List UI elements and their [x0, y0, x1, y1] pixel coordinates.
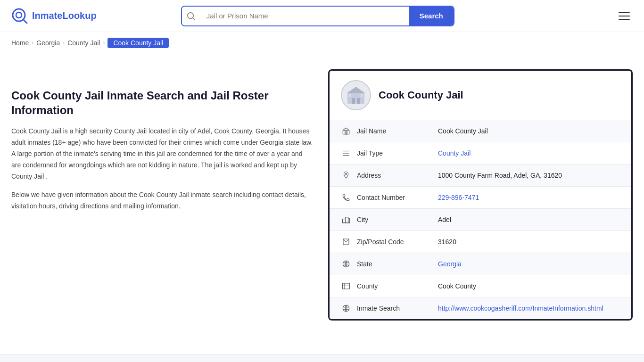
svg-rect-19	[343, 219, 346, 223]
info-label: Zip/Postal Code	[357, 238, 432, 246]
jail-card-title: Cook County Jail	[379, 89, 463, 101]
breadcrumb-sep-3: ›	[103, 40, 105, 46]
svg-rect-26	[343, 283, 350, 289]
info-link[interactable]: 229-896-7471	[438, 194, 479, 201]
info-label: County	[357, 282, 432, 290]
left-column: Cook County Jail Inmate Search and Jail …	[11, 69, 313, 321]
menu-button[interactable]	[616, 9, 633, 23]
info-value[interactable]: Georgia	[438, 260, 620, 268]
info-row: Jail TypeCounty Jail	[330, 142, 631, 165]
description-para2: Below we have given information about th…	[11, 189, 313, 212]
svg-rect-9	[349, 94, 351, 97]
right-column: Cook County Jail Jail NameCook County Ja…	[328, 69, 633, 321]
info-value[interactable]: http://www.cookcogasheriff.com/InmateInf…	[438, 304, 620, 312]
info-value[interactable]: 229-896-7471	[438, 194, 620, 201]
breadcrumb-current: Cook County Jail	[107, 38, 169, 48]
info-label: Contact Number	[357, 194, 432, 201]
info-value: 1000 County Farm Road, Adel, GA, 31620	[438, 172, 620, 179]
jail-icon	[341, 127, 351, 135]
breadcrumb-georgia[interactable]: Georgia	[36, 39, 60, 47]
jail-card: Cook County Jail Jail NameCook County Ja…	[328, 69, 633, 321]
page-title: Cook County Jail Inmate Search and Jail …	[11, 88, 313, 117]
info-label: Inmate Search	[357, 304, 432, 312]
info-link[interactable]: County Jail	[438, 149, 471, 157]
info-value: Cook County Jail	[438, 127, 620, 135]
breadcrumb: Home › Georgia › County Jail › Cook Coun…	[0, 32, 644, 54]
logo[interactable]: InmateLookup	[11, 8, 97, 25]
svg-rect-8	[357, 98, 360, 104]
svg-line-1	[23, 19, 27, 23]
svg-rect-20	[346, 217, 348, 223]
phone-icon	[341, 193, 351, 202]
svg-point-18	[346, 173, 347, 175]
info-row: StateGeorgia	[330, 253, 631, 275]
breadcrumb-county-jail[interactable]: County Jail	[67, 39, 100, 47]
info-row: Jail NameCook County Jail	[330, 120, 631, 142]
jail-avatar	[341, 80, 371, 110]
main-content: Cook County Jail Inmate Search and Jail …	[0, 54, 644, 336]
search-button[interactable]: Search	[409, 7, 454, 25]
description-para1: Cook County Jail is a high security Coun…	[11, 126, 313, 182]
info-link[interactable]: http://www.cookcogasheriff.com/InmateInf…	[438, 304, 603, 312]
info-row: Zip/Postal Code31620	[330, 231, 631, 253]
info-row: Address1000 County Farm Road, Adel, GA, …	[330, 165, 631, 187]
info-value: Adel	[438, 216, 620, 223]
svg-point-23	[343, 261, 349, 267]
info-value: 31620	[438, 238, 620, 246]
breadcrumb-sep-2: ›	[63, 40, 65, 46]
footer-bar	[0, 354, 644, 362]
svg-line-4	[192, 17, 195, 20]
info-value[interactable]: County Jail	[438, 149, 620, 157]
search-input[interactable]	[200, 7, 409, 25]
info-link[interactable]: Georgia	[438, 260, 462, 268]
info-row: Contact Number229-896-7471	[330, 187, 631, 209]
info-label: Address	[357, 172, 432, 179]
state-icon	[341, 260, 351, 268]
jail-card-header: Cook County Jail	[330, 71, 631, 120]
svg-rect-11	[354, 89, 358, 89]
svg-rect-7	[352, 98, 355, 104]
svg-rect-14	[346, 132, 347, 134]
info-row: Inmate Searchhttp://www.cookcogasheriff.…	[330, 297, 631, 319]
logo-text: InmateLookup	[32, 10, 97, 21]
info-value: Cook County	[438, 282, 620, 290]
info-table: Jail NameCook County JailJail TypeCounty…	[330, 120, 631, 319]
web-icon	[341, 304, 351, 313]
info-label: Jail Name	[357, 127, 432, 135]
county-icon	[341, 282, 351, 290]
svg-rect-10	[361, 94, 363, 97]
hamburger-line2	[619, 16, 630, 16]
svg-rect-21	[348, 218, 350, 223]
svg-point-2	[16, 12, 22, 18]
search-bar: Search	[181, 6, 454, 26]
header: InmateLookup Search	[0, 0, 644, 32]
city-icon	[341, 215, 351, 224]
search-icon	[182, 7, 200, 25]
breadcrumb-home[interactable]: Home	[11, 39, 29, 47]
info-label: City	[357, 216, 432, 223]
breadcrumb-sep-1: ›	[32, 40, 33, 46]
info-row: CountyCook County	[330, 275, 631, 297]
hamburger-line3	[619, 19, 630, 20]
info-row: CityAdel	[330, 209, 631, 231]
info-label: State	[357, 260, 432, 268]
svg-marker-6	[347, 87, 365, 93]
zip-icon	[341, 238, 351, 246]
svg-point-29	[343, 305, 349, 312]
hamburger-line1	[619, 12, 630, 13]
info-label: Jail Type	[357, 149, 432, 157]
address-icon	[341, 171, 351, 180]
type-icon	[341, 149, 351, 157]
logo-icon	[11, 8, 28, 25]
